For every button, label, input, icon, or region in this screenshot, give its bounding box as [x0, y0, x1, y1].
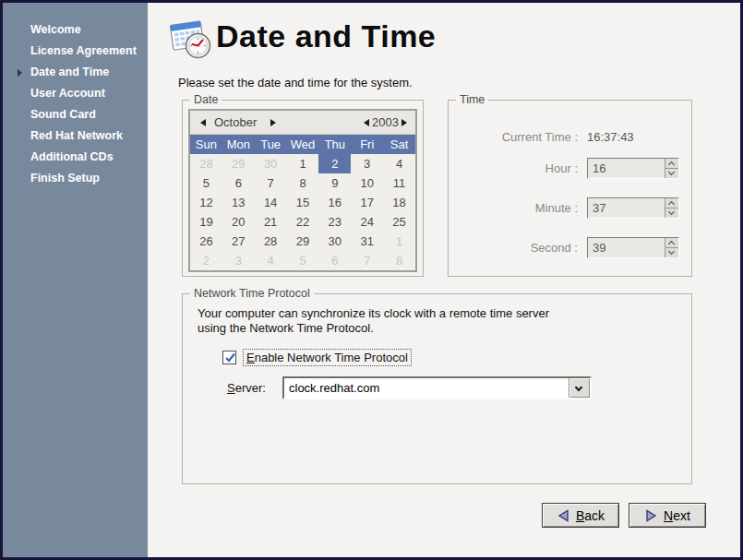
- sidebar-item-finish-setup: Finish Setup: [3, 168, 148, 189]
- spin-down-icon: [668, 248, 675, 255]
- ntp-checkbox-label[interactable]: Enable Network Time Protocol: [243, 349, 412, 366]
- calendar-day-cell[interactable]: 13: [222, 193, 255, 212]
- calendar-day-cell[interactable]: 23: [318, 212, 351, 232]
- calendar-day-cell[interactable]: 9: [318, 173, 351, 193]
- second-row: Second :39: [449, 237, 679, 258]
- calendar-day-cell[interactable]: 5: [287, 251, 319, 270]
- calendar-day-cell[interactable]: 2: [318, 154, 351, 173]
- server-label: Server:: [227, 381, 279, 395]
- calendar-day-cell[interactable]: 25: [383, 212, 415, 232]
- spin-down-icon: [668, 209, 675, 215]
- server-combobox-value[interactable]: clock.redhat.com: [284, 378, 569, 398]
- prev-year-icon[interactable]: [361, 117, 372, 128]
- calendar-day-cell[interactable]: 3: [351, 154, 383, 173]
- hour-row: Hour :16: [449, 158, 679, 179]
- sidebar-item-date-and-time: Date and Time: [3, 62, 148, 83]
- current-time-row: Current Time : 16:37:43: [449, 126, 634, 148]
- calendar-day-cell[interactable]: 20: [222, 212, 255, 232]
- next-year-icon[interactable]: [399, 117, 410, 128]
- calendar-day-cell[interactable]: 30: [318, 232, 351, 251]
- calendar-day-cell[interactable]: 16: [318, 193, 351, 212]
- minute-spin-buttons: [665, 198, 678, 218]
- time-group-label: Time: [456, 93, 488, 106]
- calendar-year: 2003: [372, 115, 399, 129]
- second-spinbox[interactable]: 39: [587, 237, 679, 258]
- prev-month-icon[interactable]: [198, 117, 209, 128]
- minute-spin-down-button[interactable]: [665, 209, 678, 218]
- hour-spin-up-button[interactable]: [665, 159, 678, 169]
- calendar-day-cell[interactable]: 4: [255, 251, 287, 270]
- minute-spinbox[interactable]: 37: [587, 197, 679, 219]
- calendar-day-cell[interactable]: 7: [255, 173, 287, 193]
- calendar-day-cell[interactable]: 21: [255, 212, 287, 232]
- second-spin-up-button[interactable]: [665, 238, 678, 248]
- calendar-day-cell[interactable]: 31: [351, 232, 383, 251]
- sidebar-item-license-agreement: License Agreement: [3, 41, 148, 62]
- calendar-day-cell[interactable]: 4: [383, 154, 415, 173]
- sidebar-item-additional-cds: Additional CDs: [3, 147, 148, 168]
- calendar-day-cell[interactable]: 8: [287, 173, 319, 193]
- page-subtitle: Please set the date and time for the sys…: [178, 76, 413, 89]
- back-button-label: Back: [576, 508, 605, 523]
- hour-value[interactable]: 16: [588, 159, 665, 178]
- next-button-label: Next: [664, 508, 690, 523]
- calendar-day-cell[interactable]: 24: [351, 212, 383, 232]
- calendar-day-cell[interactable]: 28: [255, 232, 287, 251]
- chevron-down-icon: [575, 384, 582, 391]
- calendar-day-headers: SunMonTueWedThuFriSat: [190, 135, 415, 154]
- ntp-checkbox[interactable]: [222, 351, 236, 364]
- second-spin-down-button[interactable]: [665, 248, 678, 257]
- calendar-day-cell[interactable]: 29: [287, 232, 319, 251]
- next-month-icon[interactable]: [268, 117, 279, 128]
- calendar-day-cell[interactable]: 26: [190, 232, 222, 251]
- minute-spin-up-button[interactable]: [665, 198, 678, 209]
- calendar-day-cell[interactable]: 15: [287, 193, 319, 212]
- calendar-day-cell[interactable]: 29: [222, 154, 255, 173]
- setup-wizard-window: WelcomeLicense AgreementDate and TimeUse…: [0, 0, 743, 560]
- calendar-day-cell[interactable]: 3: [222, 251, 255, 270]
- calendar-day-cell[interactable]: 5: [190, 173, 222, 193]
- calendar-day-cell[interactable]: 11: [383, 173, 415, 193]
- calendar-day-cell[interactable]: 28: [190, 154, 222, 173]
- calendar-day-cell[interactable]: 27: [222, 232, 255, 251]
- sidebar-item-welcome: Welcome: [3, 19, 148, 41]
- sidebar-item-sound-card: Sound Card: [3, 104, 148, 125]
- next-button[interactable]: Next: [629, 503, 706, 528]
- calendar-day-header: Mon: [222, 137, 255, 151]
- calendar-day-cell[interactable]: 7: [351, 251, 383, 270]
- server-combobox[interactable]: clock.redhat.com: [282, 376, 592, 399]
- calendar-day-cell[interactable]: 6: [222, 173, 255, 193]
- calendar-day-cell[interactable]: 19: [190, 212, 222, 232]
- calendar-day-cell[interactable]: 8: [383, 251, 415, 270]
- hour-spin-buttons: [665, 159, 678, 178]
- calendar-day-cell[interactable]: 14: [255, 193, 287, 212]
- calendar-day-cell[interactable]: 30: [255, 154, 287, 173]
- second-value[interactable]: 39: [588, 238, 665, 257]
- calendar-day-header: Wed: [287, 137, 319, 151]
- calendar-month: October: [214, 115, 268, 129]
- minute-value[interactable]: 37: [588, 198, 665, 218]
- server-dropdown-button[interactable]: [569, 378, 590, 398]
- calendar-day-cell[interactable]: 18: [383, 193, 415, 212]
- calendar-day-header: Thu: [318, 137, 351, 151]
- spin-up-icon: [668, 201, 675, 208]
- calendar-day-cell[interactable]: 1: [383, 232, 415, 251]
- calendar-day-cell[interactable]: 1: [287, 154, 319, 173]
- calendar-day-cell[interactable]: 10: [351, 173, 383, 193]
- hour-label: Hour :: [449, 161, 578, 175]
- calendar-clock-icon: [167, 15, 215, 63]
- back-button[interactable]: Back: [542, 503, 619, 528]
- ntp-description-line2: using the Network Time Protocol.: [198, 321, 374, 336]
- calendar-day-cell[interactable]: 12: [190, 193, 222, 212]
- current-time-label: Current Time :: [449, 130, 578, 144]
- current-time-value: 16:37:43: [587, 130, 634, 144]
- hour-spinbox[interactable]: 16: [587, 158, 679, 179]
- calendar-day-cell[interactable]: 22: [287, 212, 319, 232]
- calendar-day-cell[interactable]: 17: [351, 193, 383, 212]
- sidebar-nav: WelcomeLicense AgreementDate and TimeUse…: [3, 3, 148, 557]
- hour-spin-down-button[interactable]: [665, 169, 678, 178]
- calendar-day-cell[interactable]: 2: [190, 251, 222, 270]
- calendar-day-cell[interactable]: 6: [318, 251, 351, 270]
- spin-up-icon: [668, 241, 675, 247]
- calendar-grid: 2829301234567891011121314151617181920212…: [190, 154, 415, 270]
